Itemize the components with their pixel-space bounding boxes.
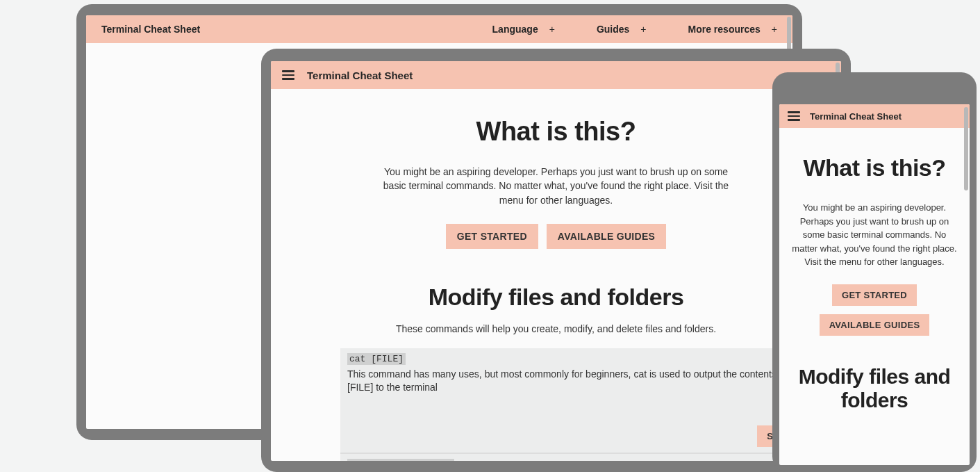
brand-title: Terminal Cheat Sheet	[101, 24, 200, 35]
brand-title: Terminal Cheat Sheet	[810, 111, 902, 122]
hamburger-icon[interactable]	[282, 70, 294, 80]
nav-language[interactable]: Language +	[492, 24, 555, 35]
scrollbar-thumb[interactable]	[964, 107, 968, 190]
available-guides-button[interactable]: AVAILABLE GUIDES	[547, 224, 666, 249]
cmd-card-cat: cat [FILE] This command has many uses, b…	[340, 348, 829, 453]
cmd-card-mkdir: mkdir [FOLDER_NAME] Create a new folder …	[340, 453, 829, 461]
section-title: Modify files and folders	[790, 365, 958, 413]
hero-title: What is this?	[790, 154, 958, 181]
hero-intro: You might be an aspiring developer. Perh…	[376, 165, 737, 207]
nav-more[interactable]: More resources +	[688, 24, 777, 35]
section-subtitle: These commands will help you create, mod…	[340, 323, 772, 334]
cmd-code: mkdir [FOLDER_NAME]	[347, 459, 454, 461]
phone-navbar: Terminal Cheat Sheet	[779, 104, 970, 128]
plus-icon: +	[549, 24, 555, 35]
hero-title: What is this?	[340, 117, 772, 147]
phone-viewport: Terminal Cheat Sheet What is this? You m…	[779, 104, 970, 465]
tablet-navbar: Terminal Cheat Sheet	[271, 61, 841, 89]
get-started-button[interactable]: GET STARTED	[832, 284, 917, 306]
section-title: Modify files and folders	[340, 284, 772, 311]
plus-icon: +	[772, 24, 777, 35]
plus-icon: +	[640, 24, 646, 35]
available-guides-button[interactable]: AVAILABLE GUIDES	[820, 314, 930, 336]
cmd-desc: This command has many uses, but most com…	[347, 368, 822, 394]
desktop-navbar: Terminal Cheat Sheet Language + Guides +…	[86, 15, 792, 43]
hero-intro: You might be an aspiring developer. Perh…	[790, 201, 958, 269]
get-started-button[interactable]: GET STARTED	[446, 224, 538, 249]
tablet-viewport: Terminal Cheat Sheet What is this? You m…	[271, 61, 841, 461]
nav-more-label: More resources	[688, 24, 761, 35]
cmd-code: cat [FILE]	[347, 353, 406, 365]
tablet-frame: Terminal Cheat Sheet What is this? You m…	[261, 49, 851, 472]
nav-guides[interactable]: Guides +	[597, 24, 647, 35]
nav-guides-label: Guides	[597, 24, 629, 35]
nav-language-label: Language	[492, 24, 538, 35]
hamburger-icon[interactable]	[788, 111, 800, 121]
brand-title: Terminal Cheat Sheet	[307, 70, 413, 81]
phone-frame: Terminal Cheat Sheet What is this? You m…	[772, 72, 977, 472]
